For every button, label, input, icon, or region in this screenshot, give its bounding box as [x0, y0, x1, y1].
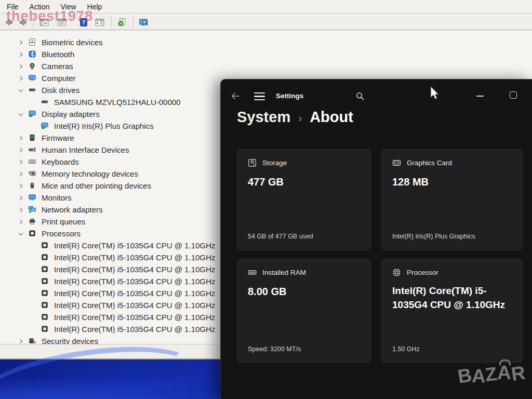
tree-item-label: Network adapters	[42, 204, 103, 216]
about-card-graphics-card: Graphics Card128 MBIntel(R) Iris(R) Plus…	[381, 149, 523, 250]
processor-icon	[41, 301, 49, 310]
card-title: Installed RAM	[262, 269, 306, 276]
chevron-down-icon[interactable]	[17, 230, 24, 237]
tree-item-label: Keyboards	[42, 156, 79, 168]
card-header: Installed RAM	[248, 268, 360, 277]
tree-item-label: Intel(R) Core(TM) i5-1035G4 CPU @ 1.10GH…	[54, 275, 215, 287]
fingerprint-icon	[28, 38, 37, 47]
mouse-icon	[28, 181, 37, 190]
tree-item-label: Mice and other pointing devices	[42, 180, 151, 192]
bluetooth-icon	[28, 50, 37, 59]
chevron-right-icon[interactable]	[17, 338, 24, 344]
chevron-right-icon[interactable]	[17, 147, 24, 154]
settings-titlebar: Settings	[221, 79, 532, 112]
tree-item-label: Intel(R) Core(TM) i5-1035G4 CPU @ 1.10GH…	[54, 240, 215, 251]
tree-item-label: Bluetooth	[42, 48, 74, 60]
tree-item-label: Intel(R) Iris(R) Plus Graphics	[54, 120, 154, 132]
hid-icon	[28, 145, 37, 154]
display-adapter-icon	[28, 110, 37, 118]
disk-icon	[28, 86, 37, 95]
tree-item-label: Human Interface Devices	[42, 144, 129, 156]
card-footer: 1.50 GHz	[392, 345, 512, 353]
security-icon	[28, 337, 37, 344]
tree-item-label: Intel(R) Core(TM) i5-1035G4 CPU @ 1.10GH…	[54, 299, 215, 311]
disk-icon	[41, 98, 49, 107]
tree-item-label: Intel(R) Core(TM) i5-1035G4 CPU @ 1.10GH…	[54, 311, 215, 323]
tree-item-label: Print queues	[42, 216, 85, 228]
breadcrumb-system[interactable]: System	[237, 109, 290, 126]
breadcrumb: System › About	[237, 109, 353, 126]
tree-item[interactable]: Cameras	[0, 60, 532, 72]
watermark-bazar-logo: BAZAR	[457, 363, 525, 386]
settings-window: Settings System › About Storage477 GB54 …	[220, 79, 532, 399]
action-pane-button[interactable]	[93, 16, 107, 29]
processor-icon	[41, 277, 49, 286]
chevron-right-icon[interactable]	[17, 158, 24, 166]
hamburger-menu-icon[interactable]	[254, 92, 265, 100]
tree-item-label: Security devices	[42, 335, 98, 344]
bazar-letter: A	[471, 366, 485, 385]
toolbar-separator	[133, 16, 134, 28]
network-icon	[28, 205, 37, 214]
processor-icon	[41, 325, 49, 334]
minimize-button[interactable]	[476, 96, 484, 97]
scan-hardware-icon	[117, 18, 127, 27]
chevron-right-icon[interactable]	[17, 39, 24, 46]
bazar-letter: A	[497, 363, 511, 382]
chevron-right-icon[interactable]	[17, 135, 24, 142]
processor-icon	[41, 253, 49, 262]
watermark-username: thebest1978	[6, 8, 93, 24]
toolbar-separator	[111, 16, 112, 28]
about-cards: Storage477 GB54 GB of 477 GB usedGraphic…	[237, 149, 523, 363]
about-card-processor: ProcessorIntel(R) Core(TM) i5-1035G4 CPU…	[381, 259, 523, 363]
tree-item-label: Intel(R) Core(TM) i5-1035G4 CPU @ 1.10GH…	[54, 251, 215, 263]
card-value: Intel(R) Core(TM) i5-1035G4 CPU @ 1.10GH…	[392, 284, 512, 312]
bazar-letter: R	[510, 363, 526, 384]
tree-item[interactable]: Bluetooth	[0, 48, 532, 60]
mouse-cursor	[429, 86, 441, 103]
computer-icon	[28, 74, 37, 83]
processor-icon	[41, 265, 49, 274]
chevron-right-icon[interactable]	[17, 63, 24, 70]
processor-icon	[41, 241, 49, 250]
search-icon[interactable]	[355, 91, 365, 101]
page-title-about: About	[310, 109, 353, 126]
about-card-storage: Storage477 GB54 GB of 477 GB used	[237, 149, 371, 250]
chevron-right-icon[interactable]	[17, 75, 24, 82]
chevron-down-icon[interactable]	[17, 111, 24, 118]
tree-item-label: Biometric devices	[42, 36, 103, 48]
tree-item[interactable]: Biometric devices	[0, 36, 532, 48]
action-pane-icon	[95, 18, 104, 27]
chevron-right-icon[interactable]	[17, 194, 24, 202]
chevron-right-icon[interactable]	[17, 51, 24, 58]
card-footer: 54 GB of 477 GB used	[248, 233, 360, 240]
printer-icon	[28, 217, 37, 226]
bazar-letter: Z	[484, 364, 498, 384]
processor-icon	[41, 289, 49, 298]
settings-app-title: Settings	[276, 92, 303, 100]
chevron-right-icon[interactable]	[17, 170, 24, 178]
device-search-button[interactable]	[137, 16, 151, 29]
storage-icon	[248, 158, 257, 167]
tree-item-label: Firmware	[42, 132, 74, 144]
card-title: Storage	[262, 159, 287, 167]
chevron-right-icon[interactable]	[17, 206, 24, 214]
keyboard-icon	[28, 157, 37, 166]
card-footer: Speed: 3200 MT/s	[248, 345, 360, 353]
card-value: 477 GB	[248, 175, 360, 189]
bazar-letter: B	[456, 365, 473, 387]
processor-icon	[41, 313, 49, 322]
scan-hardware-button[interactable]	[115, 16, 129, 29]
display-adapter-icon	[41, 122, 49, 130]
maximize-button[interactable]	[510, 91, 517, 99]
screen: FileActionViewHelp ? Biometric devicesBl…	[0, 0, 532, 399]
tree-item-label: Monitors	[42, 192, 72, 204]
chevron-right-icon[interactable]	[17, 182, 24, 190]
chevron-down-icon[interactable]	[17, 87, 24, 94]
card-title: Processor	[407, 269, 438, 276]
tree-item-label: Cameras	[42, 60, 73, 72]
tree-item-label: SAMSUNG MZVLQ512HALU-00000	[54, 96, 180, 108]
back-icon[interactable]	[230, 91, 241, 101]
tree-item-label: Intel(R) Core(TM) i5-1035G4 CPU @ 1.10GH…	[54, 287, 215, 299]
chevron-right-icon[interactable]	[17, 218, 24, 225]
